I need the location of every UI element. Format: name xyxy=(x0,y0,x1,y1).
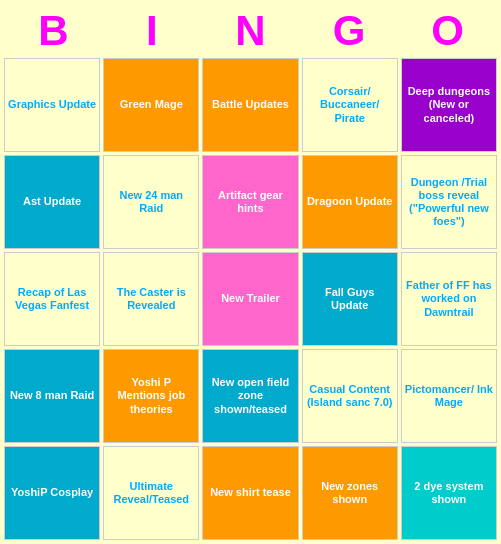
cell-2: Battle Updates xyxy=(202,58,298,152)
cell-19: Pictomancer/ Ink Mage xyxy=(401,349,497,443)
cell-10: Recap of Las Vegas Fanfest xyxy=(4,252,100,346)
cell-13: Fall Guys Update xyxy=(302,252,398,346)
cell-7: Artifact gear hints xyxy=(202,155,298,249)
cell-22: New shirt tease xyxy=(202,446,298,540)
cell-14: Father of FF has worked on Dawntrail xyxy=(401,252,497,346)
cell-11: The Caster is Revealed xyxy=(103,252,199,346)
cell-9: Dungeon /Trial boss reveal ("Powerful ne… xyxy=(401,155,497,249)
bingo-letter-G: G xyxy=(304,10,394,52)
cell-20: YoshiP Cosplay xyxy=(4,446,100,540)
cell-12: New Trailer xyxy=(202,252,298,346)
cell-16: Yoshi P Mentions job theories xyxy=(103,349,199,443)
cell-1: Green Mage xyxy=(103,58,199,152)
cell-8: Dragoon Update xyxy=(302,155,398,249)
cell-21: Ultimate Reveal/Teased xyxy=(103,446,199,540)
bingo-card: BINGO Graphics UpdateGreen MageBattle Up… xyxy=(0,0,501,544)
bingo-grid: Graphics UpdateGreen MageBattle UpdatesC… xyxy=(4,58,497,540)
bingo-letter-I: I xyxy=(107,10,197,52)
bingo-letter-B: B xyxy=(8,10,98,52)
cell-17: New open field zone shown/teased xyxy=(202,349,298,443)
bingo-letter-O: O xyxy=(403,10,493,52)
cell-4: Deep dungeons (New or canceled) xyxy=(401,58,497,152)
cell-15: New 8 man Raid xyxy=(4,349,100,443)
cell-18: Casual Content (Island sanc 7.0) xyxy=(302,349,398,443)
bingo-header: BINGO xyxy=(4,4,497,58)
cell-0: Graphics Update xyxy=(4,58,100,152)
cell-23: New zones shown xyxy=(302,446,398,540)
cell-6: New 24 man Raid xyxy=(103,155,199,249)
cell-24: 2 dye system shown xyxy=(401,446,497,540)
cell-3: Corsair/ Buccaneer/ Pirate xyxy=(302,58,398,152)
bingo-letter-N: N xyxy=(205,10,295,52)
cell-5: Ast Update xyxy=(4,155,100,249)
